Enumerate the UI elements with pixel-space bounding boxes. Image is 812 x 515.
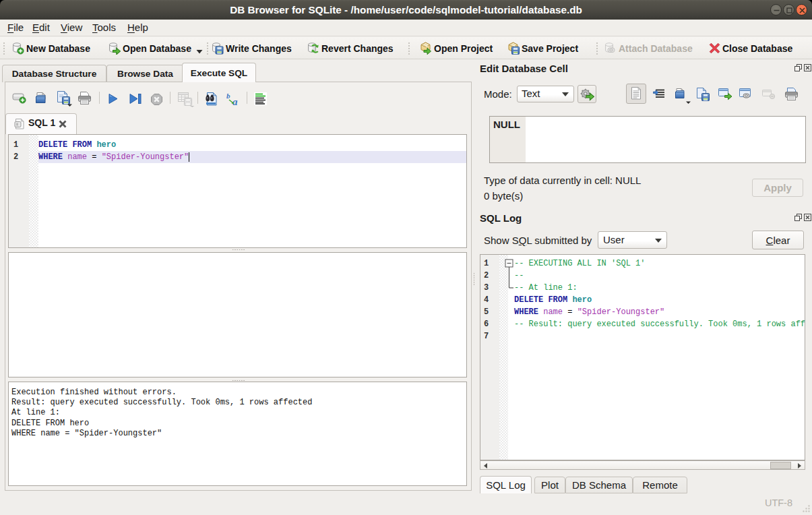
svg-text:b: b (226, 92, 230, 100)
svg-text:a: a (232, 96, 238, 107)
